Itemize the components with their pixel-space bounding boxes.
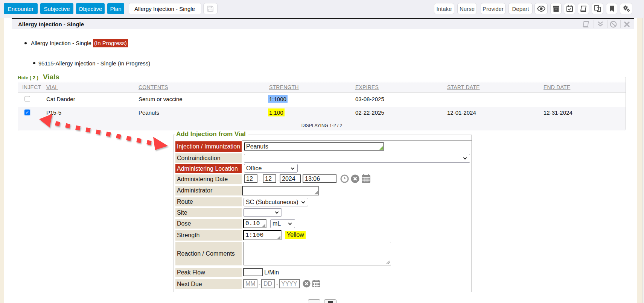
- dose-label: Dose: [175, 219, 242, 229]
- clock-icon: [340, 174, 349, 183]
- strength-color-note: Yellow: [285, 231, 306, 239]
- calendar-check-icon: [566, 5, 573, 12]
- bullet-dot-1: [24, 42, 27, 44]
- nurse-button[interactable]: Nurse: [457, 3, 477, 14]
- calendar-icon: [312, 279, 320, 288]
- subjective-button[interactable]: Subjective: [40, 3, 73, 14]
- col-strength[interactable]: STRENGTH: [269, 84, 299, 90]
- injection-input[interactable]: Peanuts: [244, 142, 384, 151]
- ban-icon: [610, 21, 617, 28]
- vial-1-expires: 03-08-2025: [355, 96, 384, 102]
- vial-2-start-date: 12-01-2024: [447, 109, 476, 115]
- vial-2-checkbox[interactable]: ✓: [24, 109, 30, 115]
- peak-flow-unit: L/Min: [264, 269, 279, 276]
- gears-icon: [623, 5, 630, 12]
- add-injection-form: Injection / Immunization Peanuts Contrai…: [173, 135, 472, 292]
- date-day-input[interactable]: 12: [263, 174, 276, 183]
- clear-next-due-button[interactable]: [303, 280, 311, 288]
- col-start-date[interactable]: START DATE: [447, 84, 480, 90]
- vial-2-end-date: 12-31-2024: [544, 109, 572, 115]
- provider-button[interactable]: Provider: [481, 3, 505, 14]
- clear-date-button[interactable]: [351, 174, 359, 183]
- encounter-item-1-text: Allergy Injection - Single: [31, 40, 93, 46]
- vial-2-name: P15-5: [46, 109, 61, 115]
- site-select[interactable]: [243, 208, 282, 217]
- vial-1-checkbox[interactable]: [24, 96, 30, 102]
- next-due-label: Next Due: [175, 279, 242, 289]
- vial-2-contents: Peanuts: [139, 109, 159, 115]
- injection-immunization-label: Injection / Immunization: [175, 141, 242, 152]
- objective-button[interactable]: Objective: [76, 3, 105, 14]
- reaction-comments-textarea[interactable]: [243, 242, 391, 265]
- col-vial[interactable]: VIAL: [46, 84, 58, 90]
- administering-location-select[interactable]: Office: [244, 164, 298, 173]
- eye-icon: [537, 6, 545, 12]
- divider-2: [27, 70, 635, 70]
- calendar-button[interactable]: [564, 3, 575, 14]
- panel-title: Allergy Injection - Single: [18, 19, 84, 29]
- col-end-date[interactable]: END DATE: [544, 84, 570, 90]
- x-circle-icon: [303, 280, 311, 288]
- next-due-day-input[interactable]: DD: [261, 279, 275, 288]
- resize-grip-icon: [386, 261, 390, 264]
- book-button[interactable]: [578, 3, 589, 14]
- vial-1-contents: Serum or vaccine: [139, 96, 183, 102]
- peak-flow-label: Peak Flow: [175, 268, 242, 277]
- intake-button[interactable]: Intake: [434, 3, 454, 14]
- vials-title: Vials: [43, 73, 59, 81]
- date-calendar-button[interactable]: [361, 174, 371, 183]
- chevron-down-icon: [288, 221, 292, 225]
- bottom-button-2[interactable]: [324, 299, 336, 303]
- strength-input[interactable]: 1:100: [243, 230, 282, 240]
- left-edge-strip: [0, 18, 4, 303]
- panel-book-button[interactable]: [579, 19, 594, 29]
- vials-table-header: INJECT VIAL CONTENTS STRENGTH EXPIRES ST…: [18, 77, 626, 93]
- vial-1-strength: 1:1000: [268, 96, 288, 102]
- dose-unit-select[interactable]: mL: [270, 219, 295, 228]
- date-year-input[interactable]: 2024: [280, 174, 301, 183]
- close-icon: [624, 21, 630, 27]
- visibility-button[interactable]: [534, 3, 548, 14]
- depart-button[interactable]: Depart: [509, 3, 533, 14]
- copy-icon: [594, 5, 601, 12]
- route-select[interactable]: SC (Subcutaneous): [244, 198, 308, 206]
- plan-button[interactable]: Plan: [107, 3, 124, 14]
- scrollbar-track[interactable]: [642, 18, 644, 303]
- encounter-button[interactable]: Encounter: [4, 3, 38, 14]
- resize-handle: [277, 236, 280, 239]
- col-contents[interactable]: CONTENTS: [139, 84, 168, 90]
- settings-button[interactable]: [620, 3, 632, 14]
- right-edge-strip: [637, 18, 642, 303]
- current-time-button[interactable]: [340, 174, 349, 183]
- administrator-input[interactable]: [242, 186, 319, 195]
- panel-disable-button[interactable]: [609, 19, 618, 29]
- copy-button[interactable]: [592, 3, 603, 14]
- save-button[interactable]: [203, 3, 218, 14]
- col-expires[interactable]: EXPIRES: [355, 84, 379, 90]
- displaying-count: DISPLAYING 1-2 / 2: [301, 123, 343, 128]
- resize-handle: [314, 191, 318, 194]
- chevron-down-icon: [301, 200, 305, 203]
- site-label: Site: [175, 208, 242, 217]
- bottom-button-1[interactable]: [308, 299, 320, 303]
- bullet-dot-2: [33, 62, 35, 64]
- peak-flow-input[interactable]: [243, 268, 263, 276]
- date-time-input[interactable]: 13:06: [303, 174, 336, 183]
- resize-handle: [379, 146, 383, 150]
- panel-collapse-button[interactable]: [596, 19, 605, 29]
- archive-button[interactable]: [550, 3, 562, 14]
- contraindication-label: Contraindication: [175, 153, 242, 163]
- date-month-input[interactable]: 12: [244, 174, 257, 183]
- bookmark-button[interactable]: [606, 3, 617, 14]
- archive-icon: [553, 6, 559, 12]
- next-due-year-input[interactable]: YYYY: [279, 279, 300, 288]
- form-title-field[interactable]: Allergy Injection - Single: [129, 3, 201, 14]
- next-due-calendar-button[interactable]: [312, 279, 320, 288]
- panel-close-button[interactable]: [622, 19, 631, 29]
- col-inject: INJECT: [22, 84, 41, 90]
- chevron-down-icon: [463, 156, 467, 160]
- hide-vials-link[interactable]: Hide ( 2 ): [18, 75, 38, 80]
- contraindication-select[interactable]: [244, 154, 470, 163]
- dose-input[interactable]: 0.10: [243, 219, 266, 228]
- next-due-month-input[interactable]: MM: [243, 279, 257, 288]
